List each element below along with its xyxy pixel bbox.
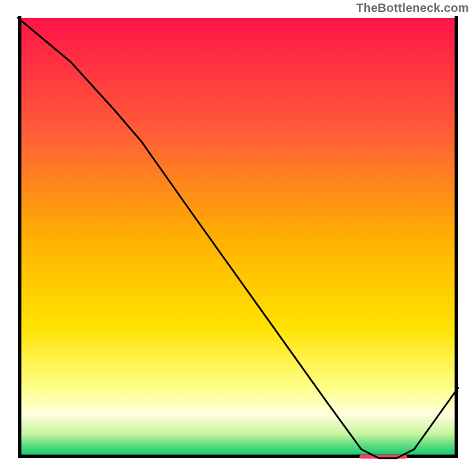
plot-background (18, 18, 458, 458)
chart-container: TheBottleneck.com (0, 0, 476, 476)
bottleneck-chart (0, 0, 476, 476)
